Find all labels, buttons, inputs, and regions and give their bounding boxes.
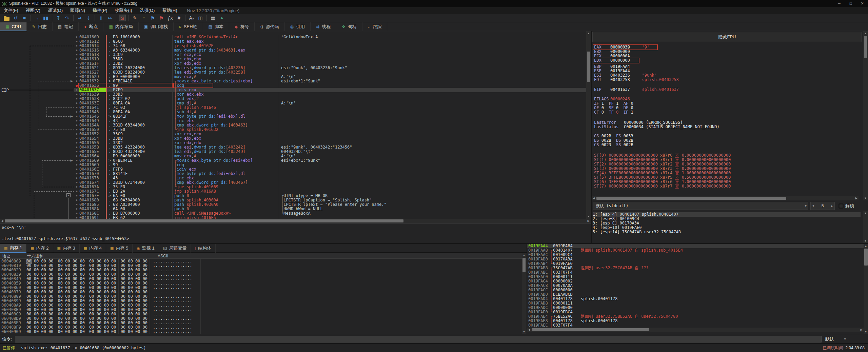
dump-byte[interactable]: 00 xyxy=(26,312,31,316)
stack-row[interactable]: 0019FABC│003F07F4 xyxy=(527,270,864,275)
dump-byte[interactable]: 00 xyxy=(34,263,39,268)
assemble-icon[interactable]: A₂ xyxy=(187,15,196,21)
dump-byte[interactable]: 00 xyxy=(104,303,108,308)
menu-item-n[interactable]: 跟踪(N) xyxy=(66,7,89,14)
dump-byte[interactable]: 00 xyxy=(128,294,133,299)
dump-byte[interactable]: 00 xyxy=(48,329,53,334)
arguments-vscrollbar[interactable]: ▲ ▼ xyxy=(863,211,868,243)
disassembly-row[interactable]: ●00401669>0FBE041E┌movsx eax,byte ptr ds… xyxy=(74,158,591,163)
disassembly-row[interactable]: ●0040168C.E8 B7000000call <JMP.&MessageB… xyxy=(74,211,591,216)
register-value[interactable]: 00000000 (ERROR_SUCCESS) xyxy=(624,120,683,125)
open-file-icon[interactable] xyxy=(4,17,9,21)
tab-内存布局[interactable]: ▦内存布局 xyxy=(103,22,138,31)
dump-byte[interactable]: 00 xyxy=(73,307,77,312)
dump-byte[interactable]: 00 xyxy=(143,263,147,268)
dump-byte[interactable]: 00 xyxy=(58,329,63,334)
register-row[interactable]: ESP0019FAA4 xyxy=(594,69,859,73)
dump-byte[interactable]: 00 xyxy=(89,263,94,268)
flag-value[interactable]: 1 xyxy=(631,110,638,115)
dump-byte[interactable]: 00 xyxy=(34,329,39,334)
dump-byte[interactable]: 00 xyxy=(34,285,39,290)
register-row[interactable]: EDI00403258 splish.00403258 xyxy=(594,78,859,82)
dump-byte[interactable]: 00 xyxy=(65,294,70,299)
row-dot[interactable]: ● xyxy=(74,70,79,75)
unlock-checkbox[interactable] xyxy=(839,204,843,208)
scroll-down-button[interactable]: ▼ xyxy=(522,330,526,334)
trace-icon[interactable]: S xyxy=(119,15,126,21)
dump-byte[interactable]: 00 xyxy=(73,294,77,299)
row-dot[interactable]: ● xyxy=(74,105,79,110)
scroll-left-button[interactable]: ◀ xyxy=(592,196,596,200)
row-dot[interactable]: ● xyxy=(74,211,79,216)
dump-byte[interactable]: 00 xyxy=(121,307,125,312)
disassembly-row[interactable]: ●00401685.68 A0304000push splish.4030A0│… xyxy=(74,202,591,207)
row-dot[interactable]: ● xyxy=(74,66,79,70)
dump-byte[interactable]: 00 xyxy=(121,320,125,325)
dump-byte[interactable]: 00 xyxy=(128,303,133,308)
dump-byte[interactable]: 00 xyxy=(58,303,63,308)
dump-byte[interactable]: 00 xyxy=(128,307,133,312)
dump-byte[interactable]: 00 xyxy=(135,268,140,272)
dump-byte[interactable]: 00 xyxy=(135,316,140,321)
stack-row[interactable]: 0019FAD4│00401178splish.00401178 xyxy=(527,297,864,301)
scroll-thumb[interactable] xyxy=(864,249,868,266)
dump-byte[interactable]: 00 xyxy=(80,285,85,290)
flag-value[interactable]: 0 xyxy=(631,101,638,106)
dump-byte[interactable]: 00 xyxy=(58,272,63,277)
dump-byte[interactable]: 00 xyxy=(128,312,133,316)
tab-线程[interactable]: ⇉线程 xyxy=(311,22,336,31)
register-value[interactable]: 00401637 xyxy=(610,87,630,92)
dump-byte[interactable]: 00 xyxy=(73,298,77,303)
dump-byte[interactable]: 00 xyxy=(80,281,85,286)
stack-row[interactable]: 0019FAB0│00170A3A xyxy=(527,257,864,261)
dump-tab-内存-4[interactable]: ▦内存 4 xyxy=(80,244,106,253)
dump-byte[interactable]: 00 xyxy=(128,285,133,290)
flags-row[interactable]: CF 0 TF 0 IF 1 xyxy=(594,110,859,115)
dump-byte[interactable]: 00 xyxy=(80,263,85,268)
row-dot[interactable]: ● xyxy=(74,207,79,211)
skip-next-icon[interactable]: ↦ xyxy=(105,15,114,21)
dump-byte[interactable]: 00 xyxy=(48,325,53,330)
dump-byte[interactable]: 00 xyxy=(26,325,31,330)
dump-byte[interactable]: 00 xyxy=(34,268,39,272)
row-dot[interactable]: ● xyxy=(74,158,79,163)
flag-value[interactable]: 0 xyxy=(631,105,638,110)
row-dot[interactable]: ● xyxy=(74,141,79,145)
menu-item-d[interactable]: 调试(D) xyxy=(44,7,66,14)
dump-byte[interactable]: 00 xyxy=(65,325,70,330)
dump-byte[interactable]: 00 xyxy=(80,307,85,312)
dump-byte[interactable]: 00 xyxy=(73,303,77,308)
disassembly-row[interactable]: ●0040165E.8D3D 4D324000lea edi,dword ptr… xyxy=(74,150,591,154)
row-dot[interactable]: ● xyxy=(74,48,79,53)
dump-byte[interactable]: 00 xyxy=(135,272,140,277)
register-row[interactable]: LastStatusC0000034 (STATUS_OBJECT_NAME_N… xyxy=(594,125,859,129)
disassembly-row[interactable]: ●00401616.A3 63344000mov dword ptr ds:[4… xyxy=(74,48,591,53)
disassembly-row[interactable]: ●00401637.F7F9│idiv ecx xyxy=(74,88,591,92)
tab-符号[interactable]: ◆符号 xyxy=(229,22,255,31)
dump-byte[interactable]: 00 xyxy=(65,263,70,268)
disassembly-vscrollbar[interactable]: ▲ ▼ xyxy=(586,31,591,219)
dump-byte[interactable]: 00 xyxy=(143,298,147,303)
dump-byte[interactable]: 00 xyxy=(34,281,39,286)
row-dot[interactable]: ● xyxy=(74,180,79,185)
spinner-up-icon[interactable]: ▲ xyxy=(829,204,834,208)
flag-value[interactable]: 0 xyxy=(601,110,609,115)
tab-cpu[interactable]: ▦CPU xyxy=(0,22,27,31)
label-icon[interactable]: ⚑ xyxy=(148,15,157,21)
disassembly-row[interactable]: ●0040167A.75 ED└jne splish.401669 xyxy=(74,185,591,189)
dump-byte[interactable]: 00 xyxy=(121,268,125,272)
scroll-up-button[interactable]: ▲ xyxy=(586,31,591,36)
dump-byte[interactable]: 00 xyxy=(135,285,140,290)
dump-byte[interactable]: 00 xyxy=(111,290,116,294)
row-dot[interactable]: ● xyxy=(74,123,79,128)
scroll-down-button[interactable]: ▼ xyxy=(864,330,868,334)
bookmark-icon[interactable]: ⚑ xyxy=(157,15,166,21)
dump-byte[interactable]: 00 xyxy=(26,263,31,268)
row-dot[interactable]: ● xyxy=(74,88,79,92)
disassembly-row[interactable]: ●0040161D.33DBxor ebx,ebx xyxy=(74,57,591,61)
dump-byte[interactable]: 00 xyxy=(58,312,63,316)
dump-byte[interactable]: 00 xyxy=(143,281,147,286)
dump-byte[interactable]: 00 xyxy=(128,320,133,325)
disassembly-row[interactable]: ●00401674.3B1D 67344000│cmp ebx,dword pt… xyxy=(74,180,591,185)
stack-row[interactable]: 0019FAB8┌75C047AB返回到 user32.75C047AB 自 ?… xyxy=(527,266,864,270)
